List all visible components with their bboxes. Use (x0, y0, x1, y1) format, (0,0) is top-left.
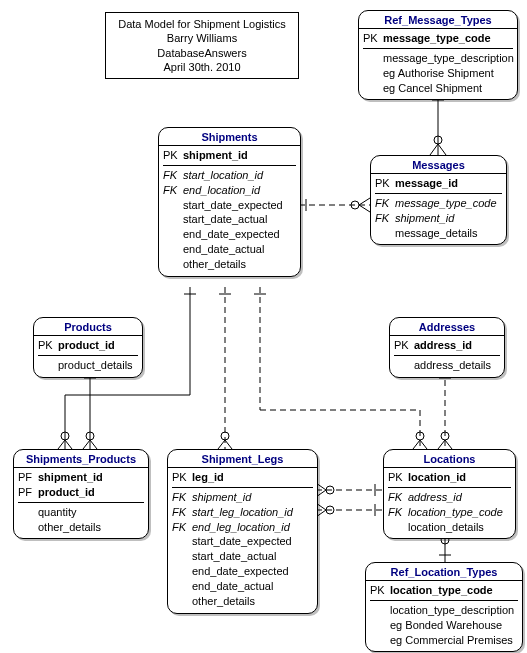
entity-attribute-row: message_details (375, 226, 502, 241)
attribute-name: end_date_actual (192, 579, 313, 594)
entity-attribute-row: start_date_expected (172, 534, 313, 549)
entity-attribute-row: PKshipment_id (163, 148, 296, 163)
entity-attribute-row: eg Cancel Shipment (363, 81, 513, 96)
key-indicator: PK (388, 470, 408, 485)
attribute-name: start_location_id (183, 168, 296, 183)
svg-line-9 (359, 205, 370, 212)
attribute-name: start_date_actual (183, 212, 296, 227)
entity-attribute-row: PFshipment_id (18, 470, 144, 485)
attribute-name: eg Cancel Shipment (383, 81, 513, 96)
svg-point-7 (351, 201, 359, 209)
attribute-name: product_id (38, 485, 144, 500)
entity-title: Shipments_Products (14, 450, 148, 468)
title-line: DatabaseAnswers (112, 46, 292, 60)
title-line: April 30th. 2010 (112, 60, 292, 74)
attribute-name: leg_id (192, 470, 313, 485)
attribute-name: end_location_id (183, 183, 296, 198)
entity-addresses: Addresses PKaddress_idaddress_details (389, 317, 505, 378)
attribute-name: address_details (414, 358, 500, 373)
entity-ref-message-types: Ref_Message_Types PKmessage_type_codemes… (358, 10, 518, 100)
attribute-name: end_date_expected (192, 564, 313, 579)
key-indicator: FK (375, 196, 395, 211)
entity-attribute-row: end_date_actual (163, 242, 296, 257)
key-indicator: FK (172, 520, 192, 535)
entity-attribute-row: FKshipment_id (375, 211, 502, 226)
svg-line-4 (438, 144, 446, 155)
svg-line-33 (90, 440, 97, 449)
key-indicator: FK (388, 505, 408, 520)
entity-attribute-row: other_details (18, 520, 144, 535)
svg-point-26 (416, 432, 424, 440)
entity-shipments: Shipments PKshipment_idFKstart_location_… (158, 127, 301, 277)
attribute-name: product_details (58, 358, 138, 373)
attribute-name: start_date_expected (183, 198, 296, 213)
entity-attribute-row: start_date_expected (163, 198, 296, 213)
attribute-name: shipment_id (183, 148, 296, 163)
svg-point-46 (326, 506, 334, 514)
entity-attribute-row: PFproduct_id (18, 485, 144, 500)
attribute-name: end_date_expected (183, 227, 296, 242)
svg-point-19 (221, 432, 229, 440)
entity-attribute-row: PKlocation_id (388, 470, 511, 485)
key-indicator: PF (18, 485, 38, 500)
attribute-name: shipment_id (395, 211, 502, 226)
entity-attribute-row: end_date_expected (163, 227, 296, 242)
entity-attribute-row: FKstart_leg_location_id (172, 505, 313, 520)
entity-attribute-row: PKmessage_type_code (363, 31, 513, 46)
svg-line-27 (413, 440, 420, 449)
attribute-name: message_type_code (395, 196, 502, 211)
attribute-name: start_date_actual (192, 549, 313, 564)
entity-attribute-row: other_details (172, 594, 313, 609)
entity-products: Products PKproduct_idproduct_details (33, 317, 143, 378)
entity-attribute-row: PKproduct_id (38, 338, 138, 353)
title-line: Data Model for Shipment Logistics (112, 17, 292, 31)
svg-line-28 (420, 440, 427, 449)
entity-ref-location-types: Ref_Location_Types PKlocation_type_codel… (365, 562, 523, 652)
attribute-name: address_id (408, 490, 511, 505)
entity-attribute-row: message_type_description (363, 51, 513, 66)
entity-attribute-row: FKlocation_type_code (388, 505, 511, 520)
entity-attribute-row: PKlocation_type_code (370, 583, 518, 598)
attribute-name: end_date_actual (183, 242, 296, 257)
attribute-name: quantity (38, 505, 144, 520)
entity-attribute-row: FKshipment_id (172, 490, 313, 505)
attribute-name: message_details (395, 226, 502, 241)
key-indicator: FK (388, 490, 408, 505)
entity-messages: Messages PKmessage_idFKmessage_type_code… (370, 155, 507, 245)
entity-attribute-row: FKend_leg_location_id (172, 520, 313, 535)
entity-attribute-row: location_details (388, 520, 511, 535)
key-indicator: FK (172, 490, 192, 505)
attribute-name: location_type_code (390, 583, 518, 598)
attribute-name: eg Bonded Warehouse (390, 618, 518, 633)
attribute-name: product_id (58, 338, 138, 353)
entity-attribute-row: FKaddress_id (388, 490, 511, 505)
svg-point-14 (61, 432, 69, 440)
key-indicator: PK (370, 583, 390, 598)
entity-attribute-row: product_details (38, 358, 138, 373)
entity-attribute-row: eg Commercial Premises (370, 633, 518, 648)
entity-locations: Locations PKlocation_idFKaddress_idFKloc… (383, 449, 516, 539)
svg-line-8 (359, 198, 370, 205)
entity-attribute-row: address_details (394, 358, 500, 373)
key-indicator: PK (163, 148, 183, 163)
entity-title: Ref_Message_Types (359, 11, 517, 29)
entity-title: Messages (371, 156, 506, 174)
entity-attribute-row: other_details (163, 257, 296, 272)
entity-title: Ref_Location_Types (366, 563, 522, 581)
key-indicator: PK (394, 338, 414, 353)
diagram-title-box: Data Model for Shipment Logistics Barry … (105, 12, 299, 79)
key-indicator: PK (38, 338, 58, 353)
entity-shipment-legs: Shipment_Legs PKleg_idFKshipment_idFKsta… (167, 449, 318, 614)
entity-attribute-row: PKmessage_id (375, 176, 502, 191)
attribute-name: location_id (408, 470, 511, 485)
key-indicator: PF (18, 470, 38, 485)
key-indicator: FK (375, 211, 395, 226)
entity-shipments-products: Shipments_Products PFshipment_idPFproduc… (13, 449, 149, 539)
entity-attribute-row: end_date_actual (172, 579, 313, 594)
attribute-name: message_type_code (383, 31, 513, 46)
svg-point-36 (441, 432, 449, 440)
entity-attribute-row: eg Authorise Shipment (363, 66, 513, 81)
attribute-name: message_id (395, 176, 502, 191)
attribute-name: eg Commercial Premises (390, 633, 518, 648)
attribute-name: message_type_description (383, 51, 514, 66)
